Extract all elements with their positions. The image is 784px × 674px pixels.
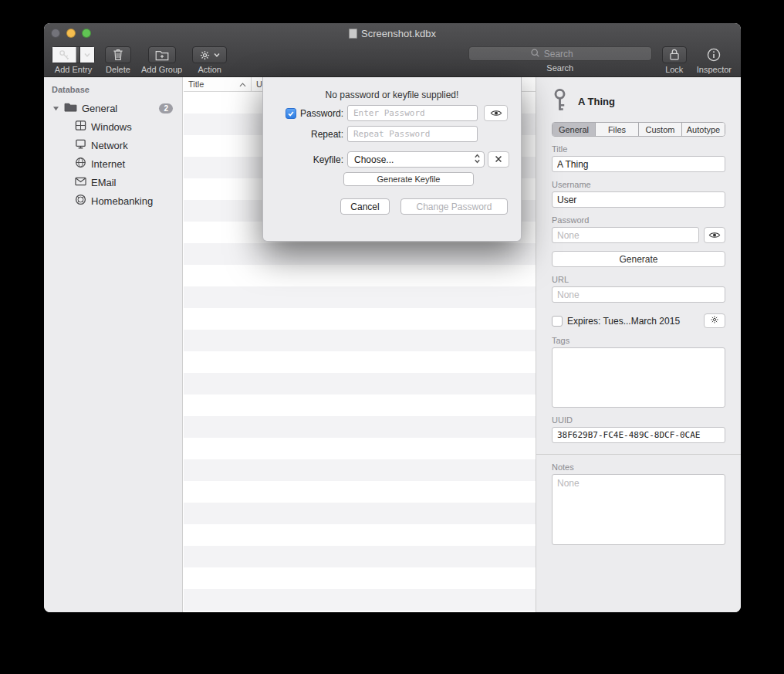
toolbar-action[interactable]: Action — [192, 46, 227, 74]
sidebar-item-windows[interactable]: Windows — [44, 117, 182, 136]
lock-label: Lock — [665, 65, 683, 74]
stepper-icon — [474, 153, 481, 167]
sidebar-item-general[interactable]: General 2 — [44, 99, 182, 117]
toolbar-inspector[interactable]: Inspector — [697, 46, 732, 74]
zoom-button[interactable] — [82, 29, 91, 38]
tab-files[interactable]: Files — [596, 123, 639, 136]
add-entry-label: Add Entry — [55, 65, 92, 74]
divider — [536, 454, 741, 455]
tab-custom[interactable]: Custom — [639, 123, 682, 136]
toolbar-search: Search — [468, 46, 652, 73]
group-label: EMail — [91, 177, 117, 188]
eye-icon — [708, 229, 721, 242]
group-label: Network — [91, 140, 128, 151]
sidebar-item-homebanking[interactable]: Homebanking — [44, 191, 182, 210]
gear-icon[interactable] — [199, 49, 211, 61]
inspector-tabs: General Files Custom Autotype — [552, 122, 725, 137]
sidebar-item-internet[interactable]: Internet — [44, 154, 182, 173]
globe-icon — [75, 157, 86, 171]
gear-icon — [710, 315, 719, 327]
reveal-password-button[interactable] — [484, 105, 508, 121]
search-label: Search — [546, 63, 573, 73]
notes-field[interactable] — [552, 474, 725, 545]
chevron-down-icon[interactable] — [214, 52, 220, 57]
expires-checkbox[interactable] — [552, 316, 563, 327]
minimize-button[interactable] — [66, 29, 76, 38]
title-field[interactable] — [552, 156, 725, 172]
toolbar-add-group[interactable]: Add Group — [141, 46, 182, 74]
dialog-password-label: Password: — [300, 108, 343, 119]
document-icon — [349, 29, 357, 39]
tag-chip[interactable] — [557, 353, 580, 363]
x-icon — [494, 153, 503, 167]
sidebar-item-email[interactable]: EMail — [44, 173, 182, 191]
windows-icon — [75, 120, 86, 134]
tags-box[interactable] — [552, 347, 725, 408]
dialog-message: No password or keyfile supplied! — [263, 90, 521, 100]
group-label: Homebanking — [91, 195, 153, 207]
url-field[interactable] — [552, 286, 725, 303]
info-icon[interactable] — [704, 46, 724, 63]
network-icon — [75, 138, 86, 152]
close-button[interactable] — [51, 29, 60, 38]
uuid-field[interactable] — [552, 427, 725, 443]
cancel-button[interactable]: Cancel — [340, 198, 390, 215]
inspector-label: Inspector — [697, 65, 732, 74]
tab-autotype[interactable]: Autotype — [682, 123, 725, 136]
window-title-area: Screenshot.kdbx — [44, 23, 741, 43]
add-group-label: Add Group — [141, 65, 182, 74]
lock-icon[interactable] — [662, 46, 687, 63]
change-password-dialog: No password or keyfile supplied! Passwor… — [262, 77, 522, 242]
disclosure-triangle-icon[interactable] — [52, 106, 59, 111]
sidebar-header: Database — [44, 77, 182, 99]
entry-title: A Thing — [578, 96, 615, 107]
title-label: Title — [552, 144, 725, 154]
window-title: Screenshot.kdbx — [361, 28, 436, 39]
delete-label: Delete — [106, 65, 130, 74]
trash-icon[interactable] — [105, 46, 131, 63]
dialog-keyfile-label: Keyfile: — [313, 154, 343, 165]
action-label: Action — [198, 65, 221, 74]
group-label: Internet — [91, 158, 125, 170]
username-field[interactable] — [552, 191, 725, 208]
toolbar-delete[interactable]: Delete — [105, 46, 131, 74]
inspector-panel: A Thing General Files Custom Autotype Ti… — [536, 77, 741, 612]
titlebar[interactable]: Screenshot.kdbx — [44, 23, 741, 43]
traffic-lights — [51, 29, 91, 38]
notes-label: Notes — [552, 462, 725, 472]
keyfile-dropdown[interactable]: Choose... — [347, 151, 485, 168]
expires-settings-button[interactable] — [704, 313, 725, 328]
search-icon — [530, 47, 540, 61]
window-header: Screenshot.kdbx Add Entry D — [44, 23, 741, 77]
sidebar: Database General 2 Windows Network — [44, 77, 183, 612]
sidebar-item-network[interactable]: Network — [44, 136, 182, 154]
key-icon — [552, 88, 568, 115]
dialog-password-input[interactable] — [347, 105, 478, 121]
change-password-button[interactable]: Change Password — [400, 198, 508, 215]
tags-label: Tags — [552, 336, 725, 345]
search-input[interactable] — [544, 49, 590, 59]
keyfile-value: Choose... — [354, 154, 474, 165]
key-icon[interactable] — [52, 47, 76, 63]
sort-ascending-icon — [239, 80, 246, 89]
password-checkbox[interactable] — [286, 108, 296, 119]
toolbar-lock[interactable]: Lock — [662, 46, 687, 74]
column-header-title[interactable]: Title — [184, 77, 252, 91]
reveal-password-button[interactable] — [704, 227, 725, 243]
dialog-repeat-input[interactable] — [347, 126, 478, 142]
toolbar-add-entry[interactable]: Add Entry — [52, 46, 95, 74]
app-window: Screenshot.kdbx Add Entry D — [44, 23, 741, 612]
clear-keyfile-button[interactable] — [488, 151, 509, 168]
toolbar: Add Entry Delete Add Group — [44, 45, 741, 77]
group-label: Windows — [91, 121, 132, 133]
password-label: Password — [552, 215, 725, 225]
chevron-down-icon[interactable] — [79, 47, 94, 63]
password-field[interactable] — [552, 227, 699, 243]
generate-password-button[interactable]: Generate — [552, 251, 725, 267]
search-field[interactable] — [468, 46, 652, 61]
dialog-repeat-label: Repeat: — [311, 129, 343, 140]
folder-plus-icon[interactable] — [148, 46, 176, 63]
tab-general[interactable]: General — [553, 123, 596, 136]
generate-keyfile-button[interactable]: Generate Keyfile — [343, 172, 474, 186]
uuid-label: UUID — [552, 415, 725, 425]
